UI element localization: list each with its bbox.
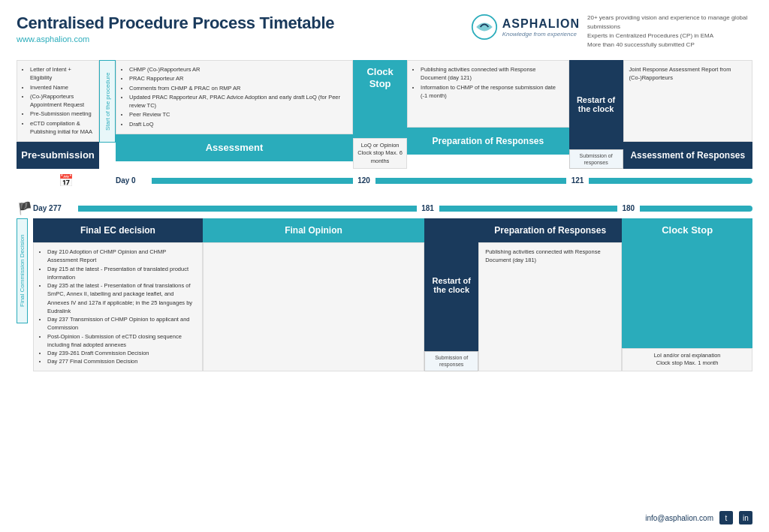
- col-prep-responses2: Preparation of Responses Publishing acti…: [478, 218, 622, 371]
- day277-label: Day 277: [33, 204, 78, 212]
- logo-icon: [471, 14, 498, 41]
- col-assessment-responses: Joint Response Assessment Report from (C…: [623, 60, 752, 169]
- col-assessment: CHMP (Co-)Rapporteurs AR PRAC Rapporteur…: [116, 60, 353, 169]
- col-presubmission: Letter of Intent + Eligibility Invented …: [17, 60, 99, 169]
- final-commission-label: Final Commission Decision: [17, 218, 28, 323]
- col-restart2: Restart of the clock Submission of respo…: [424, 218, 478, 371]
- calendar-icon: 📅: [59, 173, 74, 188]
- header: Centralised Procedure Process Timetable …: [17, 14, 752, 50]
- timeline-bar-2: [375, 178, 430, 184]
- restart-sub: Submission of responses: [569, 149, 623, 169]
- timeline-spacer: [17, 189, 752, 200]
- timeline-bot-bar-1: [78, 206, 417, 212]
- start-procedure-label: Start of the procedure: [99, 60, 116, 143]
- list-item: eCTD compilation & Publishing initial fo…: [30, 119, 93, 137]
- day181-label: 181: [417, 204, 439, 212]
- footer-email: info@asphalion.com: [645, 514, 713, 522]
- logo-area: ASPHALION Knowledge from experience: [471, 14, 580, 41]
- col-final-opinion: Final Opinion: [203, 218, 424, 371]
- day120-label: 120: [353, 176, 375, 185]
- list-item: Post-Opinion - Submission of eCTD closin…: [47, 332, 196, 350]
- clockstop2-label: Clock Stop: [622, 218, 752, 348]
- list-item: Letter of Intent + Eligibility: [30, 65, 93, 83]
- list-item: Day 277 Final Commission Decision: [47, 357, 196, 365]
- list-item: Day 239-261 Draft Commission Decision: [47, 349, 196, 357]
- restart2-sub: Submission of responses: [424, 351, 478, 371]
- col-clockstop: Clock Stop LoQ or Opinion Clock stop Max…: [353, 60, 407, 169]
- page-title: Centralised Procedure Process Timetable: [17, 14, 334, 33]
- header-left: Centralised Procedure Process Timetable …: [17, 14, 334, 44]
- timeline-bar-4: [589, 178, 643, 184]
- day180-label: 180: [617, 204, 640, 212]
- col-final-ec: Final EC decision Day 210 Adoption of CH…: [33, 218, 203, 371]
- prep-responses2-info: Publishing activities connected with Res…: [478, 242, 622, 371]
- page: Centralised Procedure Process Timetable …: [0, 0, 769, 532]
- prep-responses-label: Preparation of Responses: [407, 128, 569, 155]
- timeline-bar-1: [152, 178, 353, 184]
- flag-area: 🏴: [17, 201, 33, 215]
- final-opinion-label: Final Opinion: [203, 218, 424, 242]
- logo-name: ASPHALION: [502, 17, 580, 31]
- presubmission-info: Letter of Intent + Eligibility Invented …: [17, 60, 99, 142]
- presubmission-list: Letter of Intent + Eligibility Invented …: [23, 65, 93, 136]
- list-item: Information to CHMP of the response subm…: [421, 83, 563, 101]
- list-item: CHMP (Co-)Rapporteurs AR: [129, 65, 347, 74]
- list-item: Day 210 Adoption of CHMP Opinion and CHM…: [47, 248, 196, 265]
- final-ec-info: Day 210 Adoption of CHMP Opinion and CHM…: [33, 242, 203, 371]
- day121-label: 121: [566, 176, 589, 185]
- timeline-top-section: 📅 Day 0 120 121: [17, 173, 752, 188]
- assessment-list: CHMP (Co-)Rapporteurs AR PRAC Rapporteur…: [122, 65, 347, 128]
- list-item: Pre-Submission meeting: [30, 110, 93, 118]
- list-item: Day 215 at the latest - Presentation of …: [47, 265, 196, 282]
- list-item: Day 237 Transmission of CHMP Opinion to …: [47, 315, 196, 332]
- timeline-bot-bar-4: [640, 206, 752, 212]
- bottom-process-row: Final Commission Decision Final EC decis…: [17, 218, 752, 371]
- assessment-label: Assessment: [116, 134, 353, 161]
- list-item: Peer Review TC: [129, 110, 347, 119]
- list-item: PRAC Rapporteur AR: [129, 74, 347, 83]
- logo-sub: Knowledge from experience: [502, 31, 580, 38]
- flag-icon: 🏴: [17, 201, 32, 215]
- assessment-info: CHMP (Co-)Rapporteurs AR PRAC Rapporteur…: [116, 60, 353, 134]
- assessment-responses-info: Joint Response Assessment Report from (C…: [623, 60, 752, 142]
- header-taglines: 20+ years providing vision and experienc…: [587, 14, 752, 50]
- twitter-icon: t: [719, 511, 733, 524]
- timeline-bar-3: [430, 178, 566, 184]
- timeline-bar-5: [643, 178, 752, 184]
- final-ec-label: Final EC decision: [33, 218, 203, 242]
- top-process-row: Letter of Intent + Eligibility Invented …: [17, 60, 752, 169]
- tagline3: More than 40 successfully submitted CP: [587, 41, 752, 50]
- website-label: www.asphalion.com: [17, 35, 334, 44]
- list-item: (Co-)Rapporteurs Appointment Request: [30, 92, 93, 110]
- prep-responses2-label: Preparation of Responses: [478, 218, 622, 242]
- clockstop-label: Clock Stop: [353, 60, 407, 138]
- footer: info@asphalion.com t in: [645, 511, 752, 524]
- linkedin-icon: in: [739, 511, 752, 524]
- day0-label: Day 0: [116, 176, 152, 185]
- list-item: Publishing activities connected with Res…: [421, 65, 563, 83]
- header-right: ASPHALION Knowledge from experience 20+ …: [471, 14, 752, 50]
- calendar-area: 📅: [17, 173, 116, 188]
- prep-responses-info: Publishing activities connected with Res…: [407, 60, 569, 128]
- list-item: Invented Name: [30, 83, 93, 92]
- restart-label: Restart of the clock: [569, 60, 623, 149]
- col-final-label: Final Commission Decision: [17, 218, 33, 371]
- prep-responses-list: Publishing activities connected with Res…: [413, 65, 563, 100]
- list-item: Day 235 at the latest - Presentation of …: [47, 281, 196, 315]
- restart2-label: Restart of the clock: [424, 218, 478, 351]
- final-ec-list: Day 210 Adoption of CHMP Opinion and CHM…: [40, 248, 196, 366]
- tagline1: 20+ years providing vision and experienc…: [587, 14, 752, 32]
- presubmission-label: Pre-submission: [17, 142, 99, 169]
- assessment-responses-label: Assessment of Responses: [623, 142, 752, 169]
- col-clockstop2: Clock Stop LoI and/or oral explanation C…: [622, 218, 752, 371]
- final-opinion-info: [203, 242, 424, 371]
- clockstop2-sub: LoI and/or oral explanation Clock stop M…: [622, 348, 752, 371]
- timeline-bot-bar-2: [439, 206, 493, 212]
- timeline-bot-bar-3: [493, 206, 617, 212]
- col-start-label: Start of the procedure: [99, 60, 116, 169]
- tagline2: Experts in Centralized Procedures (CP) i…: [587, 32, 752, 41]
- list-item: Draft LoQ: [129, 120, 347, 128]
- timeline-bottom-section: 🏴 Day 277 181 180: [17, 201, 752, 215]
- col-prep-responses: Publishing activities connected with Res…: [407, 60, 569, 169]
- col-restart: Restart of the clock Submission of respo…: [569, 60, 623, 169]
